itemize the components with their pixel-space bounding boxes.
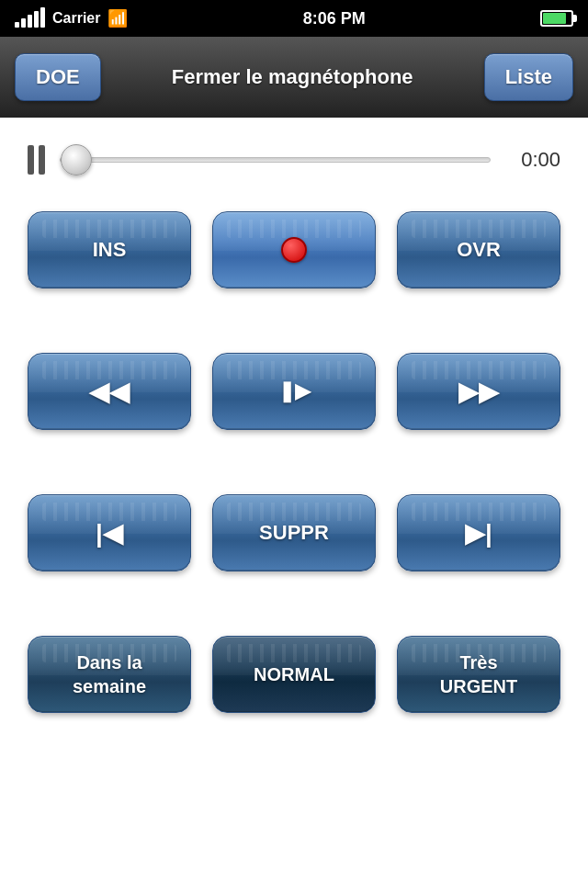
button-row-1: INS OVR [28,211,560,288]
time-display: 0:00 [505,148,560,172]
button-row-4: Dans la semaine NORMAL Très URGENT [28,636,560,713]
seek-slider[interactable] [60,157,491,163]
main-content: 0:00 INS OVR ❚​▶ SUPPR [0,118,588,731]
carrier-label: Carrier [52,10,100,27]
button-row-2: ❚​▶ [28,353,560,430]
ins-button[interactable]: INS [28,211,191,288]
nav-bar: DOE Fermer le magnétophone Liste [0,37,588,118]
fast-forward-icon [458,377,499,407]
nav-title: Fermer le magnétophone [172,65,413,89]
play-pause-button[interactable]: ❚​▶ [212,353,376,430]
wifi-icon: 📶 [107,8,128,28]
record-dot-icon [281,237,307,263]
skip-start-icon [96,518,123,548]
battery-icon [540,10,573,27]
pause-icon [28,145,45,175]
tres-urgent-button[interactable]: Très URGENT [397,636,560,713]
doe-button[interactable]: DOE [15,53,101,101]
button-row-3: SUPPR [28,494,560,571]
dans-la-semaine-button[interactable]: Dans la semaine [28,636,191,713]
liste-button[interactable]: Liste [484,53,573,101]
signal-bars-icon [15,9,45,28]
normal-button[interactable]: NORMAL [212,636,376,713]
playback-bar: 0:00 [28,136,560,184]
ovr-button[interactable]: OVR [397,211,560,288]
status-left: Carrier 📶 [15,8,128,28]
rewind-button[interactable] [28,353,191,430]
rewind-icon [89,377,130,407]
record-button[interactable] [212,211,376,288]
fast-forward-button[interactable] [397,353,560,430]
skip-start-button[interactable] [28,494,191,571]
skip-end-icon [465,518,492,548]
skip-end-button[interactable] [397,494,560,571]
play-pause-icon: ❚​▶ [278,379,311,403]
suppr-button[interactable]: SUPPR [212,494,376,571]
status-bar: Carrier 📶 8:06 PM [0,0,588,37]
status-time: 8:06 PM [303,9,366,28]
